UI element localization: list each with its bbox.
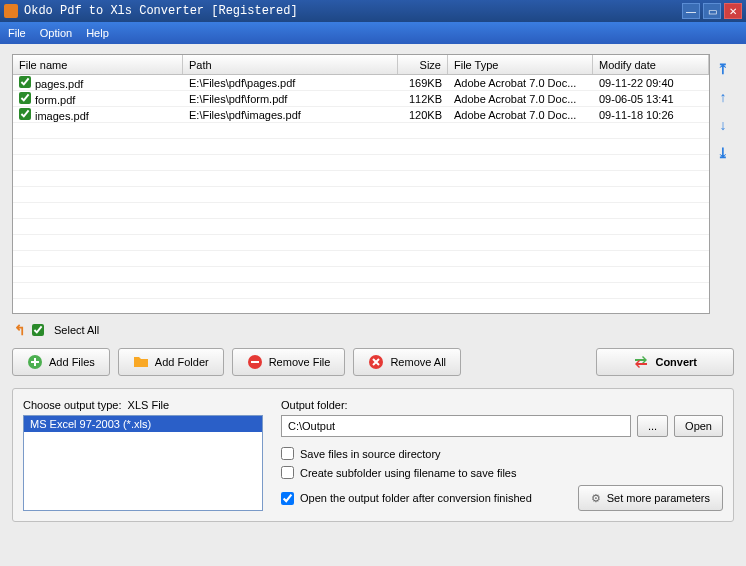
- row-checkbox[interactable]: [19, 92, 31, 104]
- selectall-label: Select All: [54, 324, 99, 336]
- up-folder-icon[interactable]: ↰: [14, 322, 26, 338]
- table-row: [13, 171, 709, 187]
- table-row: [13, 203, 709, 219]
- move-down-button[interactable]: ↓: [714, 116, 732, 134]
- table-row: [13, 235, 709, 251]
- table-row: [13, 299, 709, 314]
- create-subfolder-checkbox[interactable]: [281, 466, 294, 479]
- create-subfolder-label: Create subfolder using filename to save …: [300, 467, 516, 479]
- titlebar: Okdo Pdf to Xls Converter [Registered] —…: [0, 0, 746, 22]
- minimize-button[interactable]: —: [682, 3, 700, 19]
- row-checkbox[interactable]: [19, 76, 31, 88]
- col-path[interactable]: Path: [183, 55, 398, 74]
- gear-icon: ⚙: [591, 492, 601, 505]
- remove-all-button[interactable]: Remove All: [353, 348, 461, 376]
- col-filetype[interactable]: File Type: [448, 55, 593, 74]
- output-folder-input[interactable]: [281, 415, 631, 437]
- add-files-button[interactable]: Add Files: [12, 348, 110, 376]
- table-row: [13, 283, 709, 299]
- remove-file-button[interactable]: Remove File: [232, 348, 346, 376]
- file-table[interactable]: File name Path Size File Type Modify dat…: [12, 54, 710, 314]
- menu-option[interactable]: Option: [40, 27, 72, 39]
- browse-button[interactable]: ...: [637, 415, 668, 437]
- table-row[interactable]: images.pdfE:\Files\pdf\images.pdf120KBAd…: [13, 107, 709, 123]
- output-type-list[interactable]: MS Excel 97-2003 (*.xls): [23, 415, 263, 511]
- table-row[interactable]: form.pdfE:\Files\pdf\form.pdf112KBAdobe …: [13, 91, 709, 107]
- open-after-checkbox[interactable]: [281, 492, 294, 505]
- col-modifydate[interactable]: Modify date: [593, 55, 709, 74]
- close-button[interactable]: ✕: [724, 3, 742, 19]
- choose-output-type-label: Choose output type: XLS File: [23, 399, 263, 411]
- save-in-source-label: Save files in source directory: [300, 448, 441, 460]
- save-in-source-checkbox[interactable]: [281, 447, 294, 460]
- table-row: [13, 267, 709, 283]
- table-row: [13, 123, 709, 139]
- remove-all-icon: [368, 354, 384, 370]
- col-filename[interactable]: File name: [13, 55, 183, 74]
- table-row: [13, 139, 709, 155]
- menu-help[interactable]: Help: [86, 27, 109, 39]
- app-icon: [4, 4, 18, 18]
- minus-icon: [247, 354, 263, 370]
- convert-icon: [633, 354, 649, 370]
- move-up-button[interactable]: ↑: [714, 88, 732, 106]
- table-row: [13, 187, 709, 203]
- output-type-item[interactable]: MS Excel 97-2003 (*.xls): [24, 416, 262, 432]
- col-size[interactable]: Size: [398, 55, 448, 74]
- move-bottom-button[interactable]: ⤓: [714, 144, 732, 162]
- selectall-checkbox[interactable]: [32, 324, 44, 336]
- add-folder-button[interactable]: Add Folder: [118, 348, 224, 376]
- row-checkbox[interactable]: [19, 108, 31, 120]
- move-top-button[interactable]: ⤒: [714, 60, 732, 78]
- convert-button[interactable]: Convert: [596, 348, 734, 376]
- plus-icon: [27, 354, 43, 370]
- menubar: File Option Help: [0, 22, 746, 44]
- table-row: [13, 251, 709, 267]
- table-row[interactable]: pages.pdfE:\Files\pdf\pages.pdf169KBAdob…: [13, 75, 709, 91]
- open-after-label: Open the output folder after conversion …: [300, 492, 532, 504]
- table-row: [13, 155, 709, 171]
- table-row: [13, 219, 709, 235]
- window-title: Okdo Pdf to Xls Converter [Registered]: [24, 4, 682, 18]
- menu-file[interactable]: File: [8, 27, 26, 39]
- output-folder-label: Output folder:: [281, 399, 723, 411]
- maximize-button[interactable]: ▭: [703, 3, 721, 19]
- folder-icon: [133, 354, 149, 370]
- table-header: File name Path Size File Type Modify dat…: [13, 55, 709, 75]
- open-folder-button[interactable]: Open: [674, 415, 723, 437]
- set-more-parameters-button[interactable]: ⚙ Set more parameters: [578, 485, 723, 511]
